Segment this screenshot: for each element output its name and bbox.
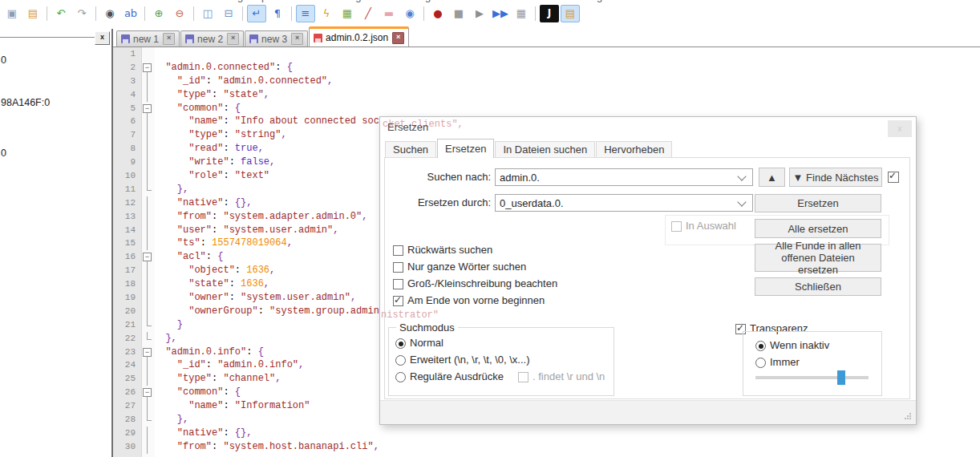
code-line[interactable]: 5 "common": { [113,102,980,115]
redo-icon[interactable]: ↷ [72,5,91,22]
menu-item[interactable]: Makro [448,0,477,2]
code-line[interactable]: 3 "_id": "admin.0.connected", [113,75,980,88]
paste-icon[interactable]: ▤ [23,5,43,22]
code-text[interactable]: }, [154,332,177,346]
find-previous-button[interactable]: ▲ [759,168,785,187]
transparency-slider-handle[interactable] [837,370,845,385]
menu-item[interactable]: Werkzeuge [384,0,437,2]
code-text[interactable]: "native": {}, [154,196,252,210]
code-line[interactable]: 29 "native": {}, [113,427,980,440]
code-text[interactable]: "acl": { [154,250,223,264]
word-wrap-icon[interactable]: ↵ [247,5,266,22]
document-monitor-icon[interactable]: ◉ [400,5,419,22]
resize-grip-icon[interactable] [909,418,911,419]
menu-item[interactable]: Datei [6,0,30,2]
macro-save-icon[interactable]: ▦ [512,5,531,22]
dialog-close-button[interactable]: x [888,120,912,137]
indent-guide-icon[interactable]: ≡ [296,5,315,22]
transparency-slider-track[interactable] [755,376,869,379]
fold-collapse-icon[interactable] [141,102,154,115]
code-text[interactable]: "user": "system.user.admin", [154,224,338,237]
backward-search-checkbox[interactable] [393,245,403,256]
find-value[interactable]: admin.0. [496,172,739,184]
tab-new-3[interactable]: new 3× [245,30,308,47]
undo-icon[interactable]: ↶ [51,5,71,22]
dot-matches-newline-checkbox[interactable] [518,372,528,382]
tab-close-icon[interactable]: × [392,32,404,44]
menu-item[interactable]: Fenster [626,0,661,2]
code-line[interactable]: 30 "from": "system.host.bananapi.cli", [113,440,980,454]
code-text[interactable]: "common": { [154,102,241,115]
find-next-button[interactable]: ▼ Finde Nächstes [789,168,882,187]
menu-item[interactable]: Ausführen [488,0,536,2]
code-text[interactable]: "state": 1636, [154,277,269,291]
in-selection-checkbox[interactable] [671,221,682,232]
replace-button[interactable]: Ersetzen [755,194,881,212]
code-text[interactable]: "admin.0.info": { [154,346,264,359]
code-text[interactable]: "native": {}, [154,427,252,440]
replace-all-button[interactable]: Alle ersetzen [755,219,881,238]
code-text[interactable]: "common": { [154,386,241,399]
code-text[interactable]: "type": "string", [154,128,287,142]
find-combobox[interactable]: admin.0. [495,168,753,186]
code-line[interactable]: 1 [113,47,980,61]
sync-vertical-scroll-icon[interactable]: ◫ [198,5,217,22]
code-text[interactable]: "read": true, [154,142,264,156]
transparency-always-radio[interactable] [755,358,766,368]
macro-stop-icon[interactable]: ■ [449,5,468,22]
fold-collapse-icon[interactable] [141,346,154,359]
json-viewer-icon[interactable]: J [540,5,559,22]
code-text[interactable]: "object": 1636, [154,264,275,277]
find-icon[interactable]: ◉ [100,5,119,22]
code-text[interactable]: "from": "system.adapter.admin.0", [154,210,367,224]
tab-in-dateien-suchen[interactable]: In Dateien suchen [495,141,595,158]
find-next-checkbox[interactable] [888,172,899,183]
whole-word-checkbox[interactable] [393,262,403,273]
code-text[interactable]: "ts": 1557478019064, [154,237,293,250]
menu-item[interactable]: Kodierung [196,0,243,2]
code-text[interactable]: "admin.0.connected": { [154,61,293,75]
menu-item[interactable]: Bearbeiten [42,0,92,2]
tab-close-icon[interactable]: × [163,33,175,45]
code-text[interactable]: "from": "system.host.bananapi.cli", [154,440,379,454]
code-text[interactable]: "type": "channel", [154,372,281,386]
tab-ersetzen[interactable]: Ersetzen [437,139,494,158]
macro-run-multiple-icon[interactable]: ▶▶ [491,5,510,22]
code-text[interactable]: "_id": "admin.0.connected", [154,75,333,88]
tab-hervorheben[interactable]: Hervorheben [596,141,672,158]
tab-admin-0-2-json[interactable]: admin.0.2.json× [309,26,409,47]
code-text[interactable]: }, [154,183,188,196]
menu-item[interactable]: Erweiterungen [547,0,614,2]
macro-record-icon[interactable]: ● [428,5,447,22]
menu-item[interactable]: Ansicht [150,0,184,2]
fold-collapse-icon[interactable] [141,386,154,399]
tab-new-2[interactable]: new 2× [180,30,244,47]
copy-icon[interactable]: ▣ [2,5,22,22]
search-mode-extended-radio[interactable] [395,355,406,366]
match-case-checkbox[interactable] [393,279,403,289]
edit-document-icon[interactable]: ╱ [358,5,378,22]
fold-collapse-icon[interactable] [141,61,154,75]
code-line[interactable]: 2 "admin.0.connected": { [113,61,980,75]
code-text[interactable]: "write": false, [154,156,275,169]
wrap-around-checkbox[interactable] [393,296,403,306]
code-text[interactable]: "name": "Information" [154,399,310,413]
menu-item[interactable]: Einstellungen [310,0,373,2]
show-all-characters-icon[interactable]: ¶ [268,5,287,22]
transparency-on-inactive-radio[interactable] [755,341,766,351]
macro-play-icon[interactable]: ▶ [470,5,489,22]
code-text[interactable]: "_id": "admin.0.info", [154,358,304,372]
tab-close-icon[interactable]: × [227,33,239,45]
search-mode-regex-radio[interactable] [395,372,406,382]
code-text[interactable]: "role": "text" [154,169,269,183]
sync-horizontal-scroll-icon[interactable]: ⊟ [219,5,238,22]
code-text[interactable]: }, [154,413,188,427]
document-map-icon[interactable]: ▦ [338,5,357,22]
tab-close-icon[interactable]: × [291,33,303,45]
replace-icon[interactable]: ab [121,5,140,22]
chevron-down-icon[interactable] [737,197,746,206]
menu-item[interactable]: Suchen [103,0,139,2]
menu-item[interactable]: ? [672,0,678,2]
replace-value[interactable]: 0_userdata.0. [496,197,739,209]
code-line[interactable]: 4 "type": "state", [113,88,980,102]
